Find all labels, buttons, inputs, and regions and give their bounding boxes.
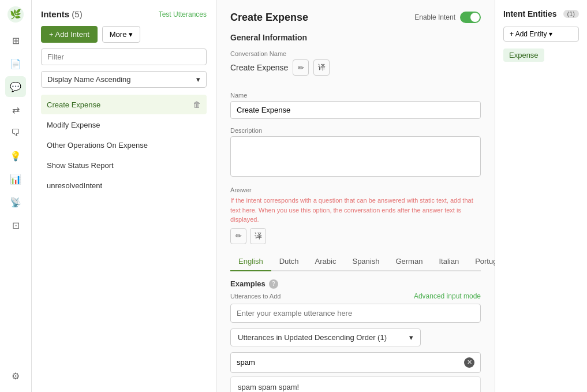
- intents-count: (5): [72, 9, 82, 19]
- lightbulb-icon[interactable]: 💡: [5, 145, 26, 166]
- utterance-result: spam spam spam!: [230, 376, 481, 393]
- add-intent-button[interactable]: + Add Intent: [41, 26, 98, 43]
- dropdown-chevron-icon: ▾: [409, 333, 413, 342]
- tab-german[interactable]: German: [387, 252, 431, 271]
- answer-description: If the intent corresponds with a questio…: [230, 196, 481, 225]
- tab-italian[interactable]: Italian: [431, 252, 467, 271]
- description-label: Description: [230, 127, 481, 134]
- top-row: Create Expense Enable Intent: [230, 12, 481, 24]
- tab-english[interactable]: English: [230, 252, 271, 271]
- description-input[interactable]: [230, 136, 481, 177]
- add-entity-button[interactable]: + Add Entity ▾: [503, 27, 579, 42]
- intent-item-create-expense[interactable]: Create Expense 🗑: [41, 95, 207, 114]
- tab-portuguese[interactable]: Portuguese: [467, 252, 495, 271]
- delete-icon[interactable]: 🗑: [193, 100, 201, 109]
- app-logo: 🌿: [7, 6, 24, 23]
- name-label: Name: [230, 92, 481, 99]
- conversation-name-field: Conversation Name Create Expense ✏ 译: [230, 50, 481, 84]
- answer-label: Answer: [230, 186, 481, 193]
- chart-icon[interactable]: 📊: [5, 169, 26, 189]
- sort-dropdown[interactable]: Display Name Ascending ▾: [41, 71, 207, 88]
- intent-item-show-status[interactable]: Show Status Report: [41, 156, 207, 175]
- svg-text:🌿: 🌿: [10, 9, 21, 20]
- language-tabs: English Dutch Arabic Spanish German Ital…: [230, 252, 481, 271]
- more-button[interactable]: More ▾: [102, 26, 141, 43]
- feed-icon[interactable]: 📡: [5, 192, 26, 212]
- translate-conversation-name-button[interactable]: 译: [313, 59, 330, 76]
- chevron-down-icon: ▾: [549, 30, 552, 38]
- chat-icon[interactable]: 💬: [5, 76, 26, 97]
- info-icon[interactable]: ?: [269, 279, 278, 289]
- name-input[interactable]: [230, 101, 481, 119]
- conversation-name-value: Create Expense: [230, 63, 288, 72]
- answer-actions: ✏ 译: [230, 228, 481, 244]
- entities-count: (1): [563, 10, 579, 18]
- intent-item-unresolved[interactable]: unresolvedIntent: [41, 176, 207, 195]
- enable-intent-label: Enable Intent: [414, 13, 455, 21]
- intent-item-other-operations[interactable]: Other Operations On Expense: [41, 136, 207, 155]
- examples-title: Examples: [230, 279, 266, 288]
- intents-actions: + Add Intent More ▾: [41, 26, 207, 43]
- filter-input[interactable]: [41, 48, 207, 65]
- icon-sidebar: 🌿 ⊞ 📄 💬 ⇄ 🗨 💡 📊 📡 ⊡ ⚙: [0, 0, 32, 392]
- utterances-dropdown[interactable]: Utterances in Updated Descending Order (…: [230, 328, 421, 346]
- clear-utterance-button[interactable]: ✕: [464, 357, 474, 368]
- description-field: Description: [230, 127, 481, 178]
- document-icon[interactable]: 📄: [5, 53, 26, 74]
- layers-icon[interactable]: ⊡: [5, 215, 26, 236]
- tab-spanish[interactable]: Spanish: [344, 252, 387, 271]
- section-subtitle: General Information: [230, 33, 481, 42]
- right-panel-header: Intent Entities (1): [503, 9, 579, 18]
- utterances-row: Utterances to Add Advanced input mode: [230, 292, 481, 300]
- intents-header: Intents (5) Test Utterances: [41, 9, 207, 19]
- name-field: Name: [230, 92, 481, 119]
- page-title: Create Expense: [230, 12, 308, 24]
- intents-title: Intents (5): [41, 9, 83, 19]
- conversation-icon[interactable]: 🗨: [5, 122, 26, 143]
- sort-chevron-icon: ▾: [196, 75, 200, 84]
- settings-icon[interactable]: ⚙: [5, 365, 26, 386]
- edit-conversation-name-button[interactable]: ✏: [293, 59, 309, 76]
- translation-icon[interactable]: ⇄: [5, 99, 26, 120]
- translate-answer-button[interactable]: 译: [250, 228, 266, 244]
- edit-answer-button[interactable]: ✏: [230, 228, 246, 244]
- utterance-item-spam: spam ✕: [230, 352, 481, 373]
- intent-list: Create Expense 🗑 Modify Expense Other Op…: [41, 95, 207, 195]
- conversation-name-label: Conversation Name: [230, 50, 481, 57]
- intents-panel: Intents (5) Test Utterances + Add Intent…: [32, 0, 216, 392]
- chevron-down-icon: ▾: [129, 30, 133, 39]
- entity-tag-expense[interactable]: Expense: [503, 48, 544, 62]
- intent-item-modify-expense[interactable]: Modify Expense: [41, 115, 207, 135]
- examples-header: Examples ?: [230, 279, 481, 289]
- main-content: Create Expense Enable Intent General Inf…: [216, 0, 495, 392]
- answer-section: Answer If the intent corresponds with a …: [230, 186, 481, 244]
- conversation-name-row: Create Expense ✏ 译: [230, 59, 481, 76]
- tab-arabic[interactable]: Arabic: [307, 252, 345, 271]
- advanced-mode-link[interactable]: Advanced input mode: [414, 292, 481, 300]
- utterance-input[interactable]: [230, 304, 481, 323]
- enable-intent-toggle[interactable]: [460, 12, 481, 23]
- home-icon[interactable]: ⊞: [5, 30, 26, 51]
- intent-entities-title: Intent Entities: [503, 9, 557, 18]
- enable-intent-row: Enable Intent: [414, 12, 481, 23]
- utterances-to-add-label: Utterances to Add: [230, 293, 281, 300]
- right-panel: Intent Entities (1) + Add Entity ▾ Expen…: [495, 0, 587, 392]
- test-utterances-link[interactable]: Test Utterances: [159, 10, 207, 18]
- tab-dutch[interactable]: Dutch: [271, 252, 307, 271]
